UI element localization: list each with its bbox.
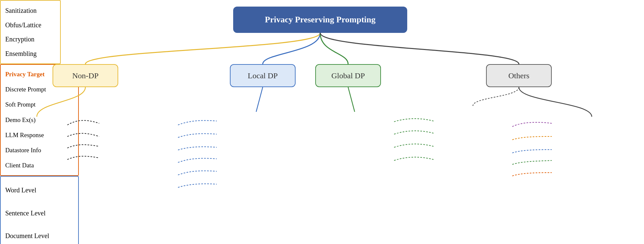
privacy-left-item-1: Soft Prompt — [5, 101, 35, 109]
wordlevel-item-1: Sentence Level — [5, 209, 46, 217]
wordlevel-item-0: Word Level — [5, 186, 36, 194]
privacy-left-item-0: Discrete Prompt — [5, 85, 46, 94]
left-list-item-2: Encryption — [5, 35, 56, 43]
root-label: Privacy Preserving Prompting — [265, 15, 376, 25]
wordlevel-item-2: Document Level — [5, 232, 49, 240]
globaldp-label: Global DP — [331, 71, 365, 80]
privacy-left-header: Privacy Target — [5, 70, 45, 79]
localdp-label: Local DP — [248, 71, 278, 80]
privacy-left-item-2: Demo Ex(s) — [5, 116, 35, 124]
privacy-left-item-5: Client Data — [5, 161, 34, 170]
diagram-container: Privacy Preserving Prompting Non-DP Loca… — [0, 0, 644, 244]
globaldp-node: Global DP — [315, 64, 381, 87]
nondp-label: Non-DP — [72, 71, 99, 80]
others-label: Others — [508, 71, 529, 80]
left-list: Sanitization Obfus/Lattice Encryption En… — [0, 0, 61, 64]
left-list-item-3: Ensembling — [5, 49, 56, 58]
word-level-box: Word Level Sentence Level Document Level… — [0, 176, 79, 244]
connectors-svg — [0, 0, 644, 244]
root-node: Privacy Preserving Prompting — [233, 7, 407, 33]
localdp-node: Local DP — [230, 64, 296, 87]
privacy-left-item-3: LLM Response — [5, 131, 44, 139]
privacy-left-item-4: Datastore Info — [5, 146, 41, 155]
left-list-item-0: Sanitization — [5, 6, 56, 15]
others-node: Others — [486, 64, 552, 87]
nondp-node: Non-DP — [53, 64, 118, 87]
left-list-item-1: Obfus/Lattice — [5, 21, 56, 29]
